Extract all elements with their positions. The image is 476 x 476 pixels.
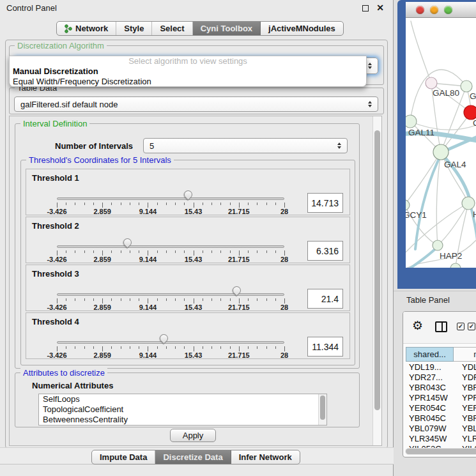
network-canvas[interactable]: GAL80GACGAL11GAL4GCY1HHAP2 <box>406 18 476 268</box>
control-panel-titlebar: Control Panel ✕ <box>0 0 393 15</box>
close-icon[interactable]: ✕ <box>376 3 384 13</box>
split-columns-icon[interactable] <box>435 321 447 332</box>
attribute-item-selfloops[interactable]: SelfLoops <box>39 394 326 404</box>
node-label: HAP2 <box>440 251 462 261</box>
table-row[interactable]: YLR345WYLR3 <box>406 434 476 444</box>
scrollbar-thumb[interactable] <box>320 395 325 420</box>
attributes-group: Attributes to discretize Numerical Attri… <box>15 372 360 427</box>
slider-track[interactable] <box>57 197 284 200</box>
dropdown-option-manual-discretization[interactable]: Manual Discretization <box>10 66 366 77</box>
group-title: Interval Definition <box>20 119 89 128</box>
table-panel: ⚙ ✓ ✓ shared... na YDL19...YDL1YDR27...Y… <box>403 311 476 457</box>
tab-cyni-toolbox[interactable]: Cyni Toolbox <box>193 22 261 35</box>
scrollbar-thumb[interactable] <box>406 449 476 454</box>
cell-name: YBL0 <box>462 424 476 434</box>
tab-jactivemnodules[interactable]: jActiveMNodules <box>261 22 343 35</box>
network-icon <box>65 24 72 33</box>
slider-scale-labels: -3.4262.8599.14415.4321.71528 <box>57 256 284 263</box>
network-node-ga[interactable] <box>461 81 472 92</box>
tab-impute-data[interactable]: Impute Data <box>92 450 155 464</box>
number-of-intervals-label: Number of Intervals <box>55 141 133 151</box>
tab-network[interactable]: Network <box>57 22 116 35</box>
network-window-titlebar[interactable] <box>406 2 476 18</box>
combo-arrows-icon <box>368 101 372 107</box>
cell-name: YER0 <box>462 403 476 413</box>
table-data-combobox[interactable]: galFiltered.sif default node <box>14 96 378 112</box>
network-node-gcy1[interactable] <box>406 200 410 210</box>
tab-label: Impute Data <box>100 452 147 462</box>
tab-infer-network[interactable]: Infer Network <box>231 450 300 464</box>
list-scrollbar[interactable] <box>318 394 326 426</box>
tab-style[interactable]: Style <box>116 22 152 35</box>
table-horizontal-scrollbar[interactable] <box>405 448 476 455</box>
threshold-value-field[interactable]: 11.344 <box>307 337 343 357</box>
network-node-gal4[interactable] <box>433 144 449 160</box>
slider-track[interactable] <box>57 341 284 344</box>
table-row[interactable]: YDL19...YDL1 <box>406 362 476 372</box>
table-row[interactable]: YDR27...YDR2 <box>406 372 476 383</box>
tab-select[interactable]: Select <box>152 22 192 35</box>
window-title: Control Panel <box>6 3 57 13</box>
table-data-selected-value: galFiltered.sif default node <box>20 100 118 109</box>
network-view-window: GAL80GACGAL11GAL4GCY1HHAP2 <box>397 0 476 289</box>
table-rows: YDL19...YDL1YDR27...YDR2YBR043CYBR0YPR14… <box>406 362 476 454</box>
bottom-tab-bar: Impute DataDiscretize DataInfer Network <box>91 450 300 464</box>
network-node-gal11[interactable] <box>406 115 417 128</box>
numerical-attributes-label: Numerical Attributes <box>32 381 113 390</box>
threshold-label: Threshold 3 <box>32 269 79 279</box>
attribute-item-topologicalcoefficient[interactable]: TopologicalCoefficient <box>39 404 326 415</box>
table-row[interactable]: YPR145WYPR1 <box>406 393 476 403</box>
network-node-hap2[interactable] <box>433 240 443 250</box>
cell-name: YLR3 <box>462 434 476 444</box>
table-row[interactable]: YBR043CYBR0 <box>406 383 476 393</box>
checkbox-checked-icon[interactable]: ✓ <box>457 323 464 330</box>
group-title: Attributes to discretize <box>20 368 107 378</box>
cell-shared-name: YBL079W <box>406 424 462 434</box>
network-node-gal80[interactable] <box>426 77 437 89</box>
column-header-name[interactable]: na <box>454 347 476 362</box>
network-node[interactable] <box>450 263 461 268</box>
table-row[interactable]: YER054CYER0 <box>406 403 476 413</box>
network-graph: GAL80GACGAL11GAL4GCY1HHAP2 <box>406 18 476 268</box>
threshold-panel-4: Threshold 4-3.4262.8599.14415.4321.71528… <box>26 312 350 359</box>
network-node-h[interactable] <box>462 197 475 210</box>
threshold-value-field[interactable]: 21.4 <box>307 289 343 309</box>
threshold-label: Threshold 1 <box>32 173 79 183</box>
dropdown-option-equal-width-frequency[interactable]: Equal Width/Frequency Discretization <box>10 77 366 87</box>
column-header-shared[interactable]: shared... <box>406 347 454 362</box>
numerical-attributes-list[interactable]: SelfLoopsTopologicalCoefficientBetweenne… <box>38 394 327 426</box>
network-node-c[interactable] <box>464 105 476 119</box>
scrollbar-thumb[interactable] <box>374 130 380 410</box>
threshold-panel-3: Threshold 3-3.4262.8599.14415.4321.71528… <box>26 265 350 311</box>
table-row[interactable]: YBR045CYBR0 <box>406 413 476 424</box>
settings-scrollbar[interactable] <box>372 116 381 445</box>
minimize-traffic-light[interactable] <box>430 6 438 14</box>
table-header-row: shared... na <box>406 347 476 362</box>
zoom-traffic-light[interactable] <box>444 6 452 14</box>
slider-track[interactable] <box>57 245 284 248</box>
close-traffic-light[interactable] <box>416 6 424 14</box>
number-of-intervals-value: 5 <box>150 141 154 151</box>
settings-scroll-pane: Interval Definition Number of Intervals … <box>9 116 382 446</box>
network-edge <box>406 247 438 268</box>
table-panel-toolbar: ⚙ ✓ ✓ <box>403 312 476 344</box>
cell-shared-name: YER054C <box>406 403 462 413</box>
number-of-intervals-combobox[interactable]: 5 <box>143 138 348 153</box>
apply-button[interactable]: Apply <box>170 429 216 442</box>
slider-ticks <box>57 346 284 351</box>
threshold-value-field[interactable]: 14.713 <box>307 193 343 213</box>
threshold-coordinates-group: Threshold's Coordinates for 5 Intervals … <box>20 160 355 365</box>
table-row[interactable]: YBL079WYBL0 <box>406 424 476 434</box>
group-title: Discretization Algorithm <box>15 41 107 50</box>
checkbox-checked-icon[interactable]: ✓ <box>468 323 475 330</box>
slider-track[interactable] <box>57 293 284 296</box>
tab-label: Cyni Toolbox <box>201 24 252 33</box>
float-window-icon[interactable] <box>362 5 369 12</box>
cell-shared-name: YPR145W <box>406 393 462 403</box>
tab-label: Network <box>75 24 108 33</box>
tab-discretize-data[interactable]: Discretize Data <box>155 450 231 464</box>
cell-shared-name: YDL19... <box>406 362 462 372</box>
threshold-value-field[interactable]: 6.316 <box>307 241 343 261</box>
settings-gear-icon[interactable]: ⚙ <box>412 318 423 333</box>
attribute-item-betweennesscentrality[interactable]: BetweennessCentrality <box>39 415 326 425</box>
